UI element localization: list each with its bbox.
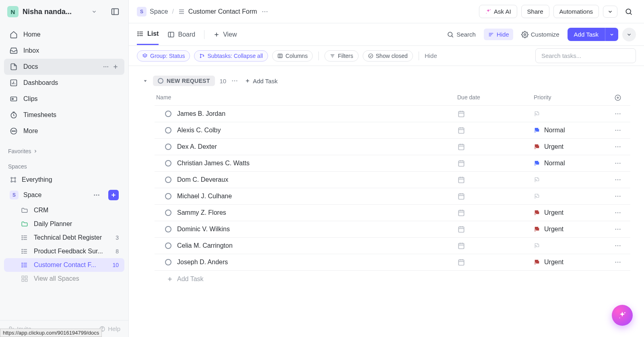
sidebar-item-docs[interactable]: Docs	[4, 59, 124, 75]
priority-cell[interactable]	[534, 177, 614, 183]
sidebar-item-more[interactable]: More	[4, 123, 124, 139]
task-status-icon[interactable]	[165, 259, 171, 265]
group-chip[interactable]: Group: Status	[137, 50, 190, 62]
task-row[interactable]: Sammy Z. Flores Urgent	[155, 205, 630, 221]
sidebar-collapse-icon[interactable]	[109, 6, 121, 18]
task-row[interactable]: Celia M. Carrington	[155, 238, 630, 254]
add-task-dropdown[interactable]	[605, 28, 618, 41]
priority-cell[interactable]: Urgent	[534, 143, 614, 150]
add-view-button[interactable]: View	[213, 25, 237, 45]
sidebar-item-timesheets[interactable]: Timesheets	[4, 107, 124, 123]
view-all-spaces[interactable]: View all Spaces	[4, 272, 124, 286]
task-status-icon[interactable]	[165, 160, 171, 166]
status-pill[interactable]: NEW REQUEST	[153, 76, 215, 86]
due-date-icon[interactable]	[457, 258, 534, 266]
customize-button[interactable]: Customize	[517, 29, 564, 41]
more-icon[interactable]	[614, 226, 628, 233]
due-date-icon[interactable]	[457, 225, 534, 233]
col-due-header[interactable]: Due date	[457, 94, 534, 101]
sidebar-item-home[interactable]: Home	[4, 27, 124, 43]
more-icon[interactable]	[614, 193, 628, 200]
show-closed-chip[interactable]: Show closed	[363, 50, 413, 62]
task-row[interactable]: Alexis C. Colby Normal	[155, 122, 630, 139]
priority-cell[interactable]: Urgent	[534, 209, 614, 216]
add-task-row[interactable]: Add Task	[155, 271, 630, 283]
due-date-icon[interactable]	[457, 242, 534, 250]
add-space-item-button[interactable]	[108, 190, 119, 200]
more-icon[interactable]	[614, 176, 628, 183]
priority-cell[interactable]	[534, 193, 614, 199]
hide-button[interactable]: Hide	[484, 29, 513, 40]
ai-fab-button[interactable]	[612, 305, 633, 326]
help-button[interactable]: Help	[99, 325, 120, 332]
sidebar-space[interactable]: S Space	[4, 187, 124, 203]
sidebar-everything[interactable]: Everything	[4, 173, 124, 187]
more-icon[interactable]	[231, 77, 238, 84]
priority-cell[interactable]: Urgent	[534, 259, 614, 266]
due-date-icon[interactable]	[457, 159, 534, 167]
share-button[interactable]: Share	[521, 5, 549, 18]
task-status-icon[interactable]	[165, 111, 171, 117]
task-status-icon[interactable]	[165, 226, 171, 232]
priority-cell[interactable]	[534, 242, 614, 249]
filters-chip[interactable]: Filters	[324, 50, 358, 62]
task-status-icon[interactable]	[165, 144, 171, 150]
task-row[interactable]: Dom C. Deveraux	[155, 172, 630, 188]
breadcrumb-list[interactable]: Customer Contact Form	[178, 8, 257, 15]
automations-dropdown[interactable]	[603, 6, 617, 18]
task-status-icon[interactable]	[165, 210, 171, 216]
workspace-switcher[interactable]: N Nisha nanda...	[0, 0, 128, 23]
columns-chip[interactable]: Columns	[272, 50, 313, 62]
search-icon[interactable]	[621, 5, 636, 18]
priority-cell[interactable]: Normal	[534, 160, 614, 167]
due-date-icon[interactable]	[457, 176, 534, 184]
sidebar-list-item[interactable]: CRM	[4, 203, 124, 217]
more-icon[interactable]	[614, 110, 628, 117]
more-icon[interactable]	[614, 127, 628, 134]
priority-cell[interactable]	[534, 111, 614, 117]
due-date-icon[interactable]	[457, 110, 534, 118]
search-tasks-input[interactable]	[535, 48, 636, 63]
due-date-icon[interactable]	[457, 192, 534, 200]
sidebar-list-item[interactable]: Technical Debt Register3	[4, 231, 124, 245]
task-status-icon[interactable]	[165, 127, 171, 134]
automations-button[interactable]: Automations	[553, 5, 599, 18]
add-column-button[interactable]	[614, 94, 630, 101]
priority-cell[interactable]: Urgent	[534, 226, 614, 233]
due-date-icon[interactable]	[457, 126, 534, 134]
view-tab-board[interactable]: Board	[167, 25, 195, 45]
more-icon[interactable]	[93, 191, 100, 199]
task-row[interactable]: James B. Jordan	[155, 106, 630, 122]
task-status-icon[interactable]	[165, 242, 171, 249]
due-date-icon[interactable]	[457, 143, 534, 151]
task-row[interactable]: Michael J. Culhane	[155, 188, 630, 205]
more-icon[interactable]	[103, 64, 109, 70]
more-icon[interactable]	[614, 143, 628, 150]
more-icon[interactable]	[614, 242, 628, 249]
add-task-inline[interactable]: Add Task	[245, 78, 277, 84]
view-options-button[interactable]	[622, 28, 636, 41]
sidebar-item-dashboards[interactable]: Dashboards	[4, 75, 124, 91]
favorites-section[interactable]: Favorites	[0, 142, 128, 158]
subtasks-chip[interactable]: Subtasks: Collapse all	[194, 50, 268, 62]
task-status-icon[interactable]	[165, 177, 171, 183]
view-tab-list[interactable]: List	[137, 24, 159, 45]
hide-filters-button[interactable]: Hide	[425, 52, 437, 59]
add-task-button[interactable]: Add Task	[568, 28, 605, 41]
due-date-icon[interactable]	[457, 209, 534, 217]
task-status-icon[interactable]	[165, 193, 171, 199]
sidebar-list-item[interactable]: Product Feedback Sur...8	[4, 245, 124, 258]
more-icon[interactable]	[614, 209, 628, 216]
collapse-group-icon[interactable]	[142, 78, 148, 84]
sidebar-list-item[interactable]: Daily Planner	[4, 217, 124, 231]
more-icon[interactable]	[261, 8, 268, 15]
col-name-header[interactable]: Name	[155, 94, 457, 101]
task-row[interactable]: Joseph D. Anders Urgent	[155, 254, 630, 271]
sidebar-item-inbox[interactable]: Inbox	[4, 43, 124, 59]
col-priority-header[interactable]: Priority	[534, 94, 614, 101]
task-row[interactable]: Dominic V. Wilkins Urgent	[155, 221, 630, 238]
sidebar-list-item[interactable]: Customer Contact F...10	[4, 258, 124, 272]
sidebar-item-clips[interactable]: Clips	[4, 91, 124, 107]
priority-cell[interactable]: Normal	[534, 127, 614, 134]
plus-icon[interactable]	[112, 64, 119, 70]
